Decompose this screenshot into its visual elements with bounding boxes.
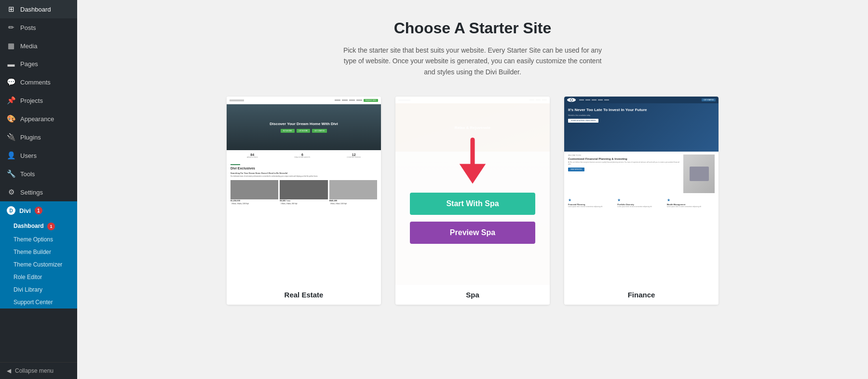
re-body: Our dedicated team of real estate profes…: [231, 175, 377, 177]
re-hero-title: Discover Your Dream Home With Divi: [270, 122, 338, 126]
re-prop-1: $1,250,000 3 Beds, 2 Baths, 1200 Sqft: [231, 180, 278, 206]
fin-nav-link: [579, 99, 584, 100]
fin-hero: It's Never Too Late To Invest In Your Fu…: [564, 103, 719, 152]
finance-label: Finance: [564, 285, 719, 305]
page-description: Pick the starter site that best suits yo…: [342, 45, 603, 77]
fin-col-title: Customized Financial Planning & Investin…: [568, 157, 681, 160]
fin-service-icon-1: ★: [568, 198, 616, 202]
divi-badge: 1: [35, 207, 42, 214]
sidebar-item-label: Projects: [20, 97, 43, 104]
sidebar-item-label: Comments: [20, 79, 51, 86]
fin-row: WELCOME TO DIVI Customized Financial Pla…: [568, 154, 715, 193]
re-prop-2: $8,500 / mo 3 Beds, 2 Baths, 900 Sqft: [280, 180, 327, 206]
re-stat-2: 6 REAL ESTATE AGENTS: [295, 153, 311, 158]
fin-service-text-2: Lorem ipsum dolor sit amet consectetur a…: [617, 206, 665, 208]
re-hero-btn2: LIST A HOME: [297, 129, 311, 133]
re-stat-num: 6: [295, 153, 311, 156]
fin-nav-btn: GET STARTED: [702, 98, 716, 101]
sidebar-item-pages[interactable]: ▬ Pages: [0, 55, 77, 73]
spa-card: Relax & Rejuvenate Start With Spa Previe…: [395, 97, 550, 305]
collapse-icon: ◀: [7, 367, 11, 374]
projects-icon: 📌: [7, 96, 15, 105]
re-stat-label: COUNTIES SERVED: [347, 156, 361, 158]
re-hero: Discover Your Dream Home With Divi BUY A…: [227, 104, 381, 150]
fin-service-icon-3: ★: [667, 198, 715, 202]
svg-marker-1: [460, 164, 486, 184]
re-prop-info: 3 Beds, 2 Baths, 1200 Sqft: [231, 202, 278, 206]
sidebar-item-settings[interactable]: ⚙ Settings: [0, 183, 77, 201]
sidebar-item-label: Pages: [20, 60, 38, 68]
sidebar-item-label: Posts: [20, 24, 36, 31]
comments-icon: 💬: [7, 78, 15, 86]
collapse-menu-button[interactable]: ◀ Collapse menu: [0, 362, 77, 379]
start-with-spa-button[interactable]: Start With Spa: [410, 193, 535, 215]
sidebar-item-appearance[interactable]: 🎨 Appearance: [0, 110, 77, 128]
re-stat-label: AREA LISTINGS: [247, 156, 258, 158]
fin-hero-sub: Schedule a free consultation today: [568, 114, 715, 116]
appearance-icon: 🎨: [7, 114, 15, 123]
finance-card: GET STARTED It's Never Too Late To Inves…: [564, 97, 719, 305]
fin-hero-title: It's Never Too Late To Invest In Your Fu…: [568, 107, 715, 112]
page-title: Choose A Starter Site: [106, 19, 839, 37]
re-nav-links: [335, 99, 362, 101]
re-nav: REQUEST INFO: [227, 97, 381, 104]
starter-sites-grid: REQUEST INFO Discover Your Dream Home Wi…: [106, 97, 839, 305]
fin-nav-link: [598, 99, 603, 100]
sidebar-item-dashboard[interactable]: ⊞ Dashboard: [0, 0, 77, 18]
re-stat-label: REAL ESTATE AGENTS: [295, 156, 311, 158]
sidebar-item-comments[interactable]: 💬 Comments: [0, 73, 77, 91]
fin-nav: GET STARTED: [564, 97, 719, 103]
divi-theme-options[interactable]: Theme Options: [0, 233, 77, 246]
divi-dashboard[interactable]: Dashboard 1: [0, 220, 77, 233]
divi-support-center[interactable]: Support Center: [0, 296, 77, 309]
re-nav-link: [335, 99, 340, 101]
divi-theme-customizer[interactable]: Theme Customizer: [0, 258, 77, 271]
sidebar-item-label: Tools: [20, 170, 35, 178]
fin-services: ★ Financial Planning Lorem ipsum dolor s…: [564, 198, 719, 211]
sidebar-item-users[interactable]: 👤 Users: [0, 146, 77, 165]
main-content: Choose A Starter Site Pick the starter s…: [77, 0, 868, 379]
re-hero-btn1: BUY A HOME: [281, 129, 294, 133]
fin-logo: [567, 98, 576, 102]
fin-hero-btn: SCHEDULE A FREE CONSULTATION: [568, 119, 598, 123]
re-nav-cta: REQUEST INFO: [364, 99, 378, 102]
settings-icon: ⚙: [7, 188, 15, 197]
fin-img-col: [683, 154, 715, 193]
fin-body: WELCOME TO DIVI Customized Financial Pla…: [564, 152, 719, 198]
real-estate-label: Real Estate: [227, 285, 381, 305]
pages-icon: ▬: [7, 60, 15, 68]
fin-nav-link: [592, 99, 597, 100]
fin-service-1: ★ Financial Planning Lorem ipsum dolor s…: [568, 198, 616, 208]
down-arrow: [456, 138, 489, 186]
re-nav-link: [349, 99, 355, 101]
sidebar-item-posts[interactable]: ✏ Posts: [0, 18, 77, 37]
re-prop-img: [329, 180, 377, 199]
dashboard-icon: ⊞: [7, 5, 15, 14]
sidebar-item-media[interactable]: ▦ Media: [0, 37, 77, 55]
sidebar-item-projects[interactable]: 📌 Projects: [0, 91, 77, 110]
re-properties: $1,250,000 3 Beds, 2 Baths, 1200 Sqft $8…: [231, 180, 377, 206]
spa-overlay: Start With Spa Preview Spa: [395, 97, 550, 285]
re-section-title: Divi Exclusives: [231, 167, 377, 170]
re-stats: 84 AREA LISTINGS 6 REAL ESTATE AGENTS 12…: [227, 150, 381, 161]
sidebar-item-label: Settings: [20, 189, 43, 196]
fin-service-3: ★ Wealth Management Lorem ipsum dolor si…: [667, 198, 715, 208]
fin-nav-link: [585, 99, 590, 100]
preview-spa-button[interactable]: Preview Spa: [410, 222, 535, 244]
divi-label: Divi: [19, 207, 31, 214]
re-prop-img: [231, 180, 278, 199]
sidebar-item-plugins[interactable]: 🔌 Plugins: [0, 128, 77, 146]
divi-section: D Divi 1 Dashboard 1 Theme Options Theme…: [0, 201, 77, 309]
posts-icon: ✏: [7, 23, 15, 32]
sidebar-item-label: Media: [20, 42, 37, 50]
divi-menu-item[interactable]: D Divi 1: [0, 201, 77, 220]
re-section: Divi Exclusives Searching For Your Dream…: [227, 161, 381, 209]
sidebar-item-tools[interactable]: 🔧 Tools: [0, 165, 77, 183]
divi-theme-builder[interactable]: Theme Builder: [0, 246, 77, 258]
divi-role-editor[interactable]: Role Editor: [0, 271, 77, 283]
divi-library[interactable]: Divi Library: [0, 283, 77, 296]
media-icon: ▦: [7, 42, 15, 50]
collapse-label: Collapse menu: [15, 367, 54, 374]
re-logo: [230, 99, 244, 101]
fin-col-text: WELCOME TO DIVI Customized Financial Pla…: [568, 154, 681, 193]
